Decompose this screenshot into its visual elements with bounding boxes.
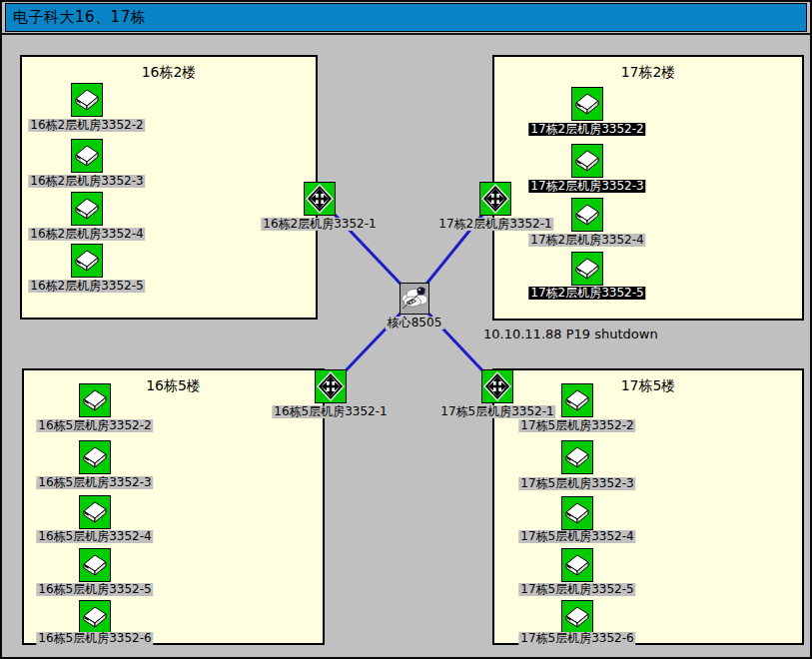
switch-node[interactable]	[79, 600, 111, 634]
switch-node-label: 17栋2层机房3352-3	[528, 180, 645, 193]
switch-3d-icon	[571, 87, 603, 121]
core-switch-label: 核心8505	[386, 317, 444, 330]
switch-3d-icon	[71, 139, 103, 173]
group-title: 16栋5楼	[22, 377, 325, 395]
cloud-core-icon	[400, 283, 429, 315]
switch-3d-icon	[79, 548, 111, 582]
switch-3d-icon	[561, 496, 593, 530]
shutdown-annotation: 10.10.11.88 P19 shutdown	[483, 327, 658, 341]
route-diamond-icon	[315, 369, 347, 403]
switch-node-label: 16栋5层机房3352-4	[36, 530, 153, 543]
group-title: 17栋2楼	[492, 64, 804, 82]
switch-node[interactable]	[561, 440, 593, 474]
switch-node-label: 16栋5层机房3352-2	[36, 419, 153, 432]
switch-3d-icon	[79, 495, 111, 529]
switch-3d-icon	[561, 383, 593, 417]
switch-node-label: 16栋2层机房3352-2	[28, 119, 145, 132]
switch-node-label: 16栋5层机房3352-3	[36, 476, 153, 489]
switch-node-label: 16栋5层机房3352-5	[36, 583, 153, 596]
switch-node[interactable]	[79, 440, 111, 474]
switch-node-label: 17栋5层机房3352-6	[518, 632, 635, 645]
switch-node[interactable]	[71, 83, 103, 117]
switch-3d-icon	[71, 244, 103, 278]
router-node[interactable]	[481, 369, 513, 403]
group-title: 16栋2楼	[20, 64, 318, 82]
router-node[interactable]	[479, 182, 511, 216]
switch-node-label: 17栋5层机房3352-2	[518, 419, 635, 432]
router-node-label: 17栋2层机房3352-1	[436, 218, 553, 231]
switch-node-label: 17栋2层机房3352-5	[528, 287, 645, 300]
switch-3d-icon	[71, 83, 103, 117]
switch-node-label: 16栋5层机房3352-6	[36, 632, 153, 645]
router-node[interactable]	[304, 182, 336, 216]
router-node-label: 16栋2层机房3352-1	[261, 218, 378, 231]
switch-node[interactable]	[561, 383, 593, 417]
window-title-bar[interactable]: 电子科大16、17栋	[5, 3, 807, 32]
switch-3d-icon	[71, 192, 103, 226]
switch-3d-icon	[561, 548, 593, 582]
window-title: 电子科大16、17栋	[6, 8, 146, 27]
switch-node[interactable]	[561, 496, 593, 530]
switch-node-label: 17栋2层机房3352-2	[528, 123, 645, 136]
switch-node[interactable]	[571, 87, 603, 121]
router-node[interactable]	[315, 369, 347, 403]
core-switch-node[interactable]	[400, 283, 429, 315]
switch-node-label: 16栋2层机房3352-5	[28, 280, 145, 293]
route-diamond-icon	[479, 182, 511, 216]
switch-node[interactable]	[71, 192, 103, 226]
switch-3d-icon	[561, 440, 593, 474]
switch-node-label: 16栋2层机房3352-3	[28, 175, 145, 188]
switch-3d-icon	[571, 252, 603, 286]
router-node-label: 17栋5层机房3352-1	[438, 405, 555, 418]
switch-3d-icon	[79, 440, 111, 474]
switch-node[interactable]	[561, 548, 593, 582]
switch-3d-icon	[571, 144, 603, 178]
switch-node[interactable]	[71, 244, 103, 278]
switch-node[interactable]	[561, 600, 593, 634]
switch-3d-icon	[79, 383, 111, 417]
switch-node-label: 17栋5层机房3352-4	[518, 530, 635, 543]
router-node-label: 16栋5层机房3352-1	[272, 405, 389, 418]
route-diamond-icon	[481, 369, 513, 403]
switch-node-label: 17栋2层机房3352-4	[528, 234, 645, 247]
switch-node-label: 17栋5层机房3352-3	[518, 477, 635, 490]
route-diamond-icon	[304, 182, 336, 216]
switch-node[interactable]	[71, 139, 103, 173]
topology-links-layer	[0, 0, 812, 659]
switch-node[interactable]	[571, 144, 603, 178]
switch-node[interactable]	[571, 198, 603, 232]
switch-node[interactable]	[79, 495, 111, 529]
switch-3d-icon	[79, 600, 111, 634]
switch-node-label: 17栋5层机房3352-5	[518, 583, 635, 596]
switch-node-label: 16栋2层机房3352-4	[28, 228, 145, 241]
group-title: 17栋5楼	[492, 377, 804, 395]
titlebar-separator	[2, 33, 810, 35]
switch-3d-icon	[561, 600, 593, 634]
switch-node[interactable]	[79, 548, 111, 582]
switch-node[interactable]	[79, 383, 111, 417]
switch-3d-icon	[571, 198, 603, 232]
switch-node[interactable]	[571, 252, 603, 286]
